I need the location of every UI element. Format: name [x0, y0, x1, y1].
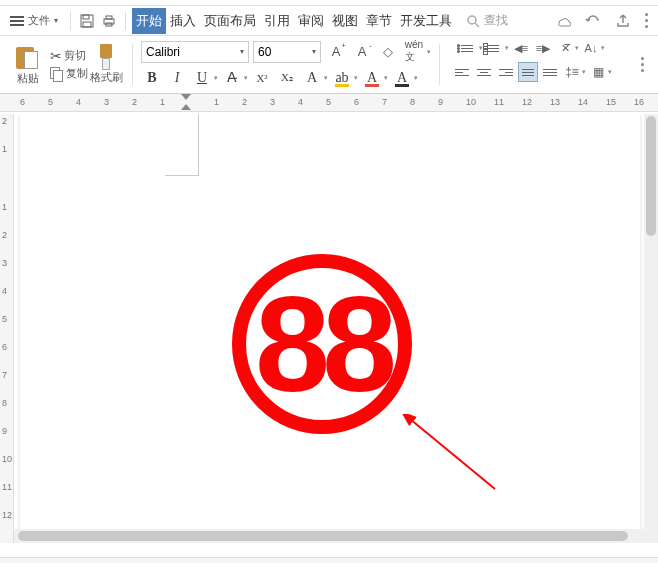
share-icon[interactable] [615, 13, 631, 29]
tab-0[interactable]: 开始 [132, 8, 166, 34]
save-button[interactable] [77, 11, 97, 31]
clear-format-button[interactable]: ◇ [377, 41, 399, 63]
decrease-font-button[interactable]: A- [351, 41, 373, 63]
cut-button[interactable]: ✂剪切 [50, 48, 88, 64]
tab-3[interactable]: 引用 [260, 8, 294, 34]
decrease-indent-button[interactable]: ◀≡ [511, 38, 531, 58]
format-painter-button[interactable]: 格式刷 [88, 44, 124, 85]
subscript-button[interactable]: X₂ [276, 67, 298, 89]
copy-button[interactable]: 复制 [50, 66, 88, 82]
tab-2[interactable]: 页面布局 [200, 8, 260, 34]
font-name-select[interactable]: Calibri▾ [141, 41, 249, 63]
brush-icon [97, 44, 115, 70]
number-list-button[interactable] [485, 38, 505, 58]
print-button[interactable] [99, 11, 119, 31]
document-area[interactable]: 88 [14, 114, 658, 543]
align-justify-button[interactable] [518, 62, 538, 82]
more-menu[interactable] [645, 13, 648, 28]
scissors-icon: ✂ [50, 48, 62, 64]
format-painter-label: 格式刷 [90, 70, 123, 85]
scrollbar-thumb[interactable] [646, 116, 656, 236]
paste-button[interactable]: 粘贴 [10, 39, 46, 91]
superscript-button[interactable]: X² [251, 67, 273, 89]
tab-4[interactable]: 审阅 [294, 8, 328, 34]
horizontal-ruler[interactable]: 65432112345678910111213141516 [0, 94, 658, 112]
increase-indent-button[interactable]: ≡▶ [533, 38, 553, 58]
cloud-icon[interactable] [555, 13, 571, 29]
bullet-list-button[interactable] [459, 38, 479, 58]
svg-rect-4 [106, 16, 112, 19]
paste-label: 粘贴 [17, 71, 39, 86]
enclosed-text: 88 [232, 254, 412, 434]
status-bar [0, 557, 658, 563]
file-menu[interactable]: 文件 ▾ [4, 11, 64, 30]
svg-rect-1 [83, 15, 89, 19]
phonetic-guide-button[interactable]: wén文 [403, 41, 425, 63]
svg-line-7 [475, 23, 479, 27]
align-right-button[interactable] [496, 62, 516, 82]
page: 88 [20, 114, 640, 543]
svg-rect-2 [83, 22, 91, 27]
ltr-button[interactable]: ✕̅ [555, 38, 575, 58]
menu-bar: 文件 ▾ 开始插入页面布局引用审阅视图章节开发工具 查找 [0, 6, 658, 36]
svg-point-6 [468, 16, 476, 24]
italic-button[interactable]: I [166, 67, 188, 89]
text-effects-button[interactable]: A [301, 67, 323, 89]
scrollbar-thumb[interactable] [18, 531, 628, 541]
highlight-button[interactable]: ab [331, 67, 353, 89]
tab-1[interactable]: 插入 [166, 8, 200, 34]
search-placeholder: 查找 [484, 12, 508, 29]
copy-icon [50, 67, 64, 81]
enclosed-character[interactable]: 88 [232, 254, 412, 434]
paste-icon [16, 43, 40, 71]
align-center-button[interactable] [474, 62, 494, 82]
undo-icon[interactable] [585, 13, 601, 29]
search-box[interactable]: 查找 [466, 12, 508, 29]
ribbon-more-button[interactable] [633, 57, 652, 72]
hamburger-icon [10, 16, 24, 26]
margin-mark-icon [165, 114, 199, 176]
vertical-ruler[interactable]: 21123456789101112 [0, 114, 14, 543]
search-icon [466, 14, 480, 28]
underline-button[interactable]: U [191, 67, 213, 89]
tab-7[interactable]: 开发工具 [396, 8, 456, 34]
ribbon: 粘贴 ✂剪切 复制 格式刷 Calibri▾ 60▾ A+ A- ◇ wén文▾… [0, 36, 658, 94]
tab-6[interactable]: 章节 [362, 8, 396, 34]
chevron-down-icon: ▾ [54, 16, 58, 25]
font-size-select[interactable]: 60▾ [253, 41, 321, 63]
strikethrough-button[interactable]: A̶ [221, 67, 243, 89]
font-color-button[interactable]: A [361, 67, 383, 89]
shading-button[interactable]: ▦ [588, 62, 608, 82]
horizontal-scrollbar[interactable] [14, 529, 658, 543]
align-distribute-button[interactable] [540, 62, 560, 82]
tab-5[interactable]: 视图 [328, 8, 362, 34]
increase-font-button[interactable]: A+ [325, 41, 347, 63]
align-left-button[interactable] [452, 62, 472, 82]
line-spacing-button[interactable]: ‡≡ [562, 62, 582, 82]
char-shading-button[interactable]: A [391, 67, 413, 89]
bold-button[interactable]: B [141, 67, 163, 89]
vertical-scrollbar[interactable] [644, 114, 658, 543]
annotation-arrow-icon [400, 414, 500, 494]
svg-line-8 [410, 419, 495, 489]
file-label: 文件 [28, 13, 50, 28]
sort-button[interactable]: A↓ [581, 38, 601, 58]
